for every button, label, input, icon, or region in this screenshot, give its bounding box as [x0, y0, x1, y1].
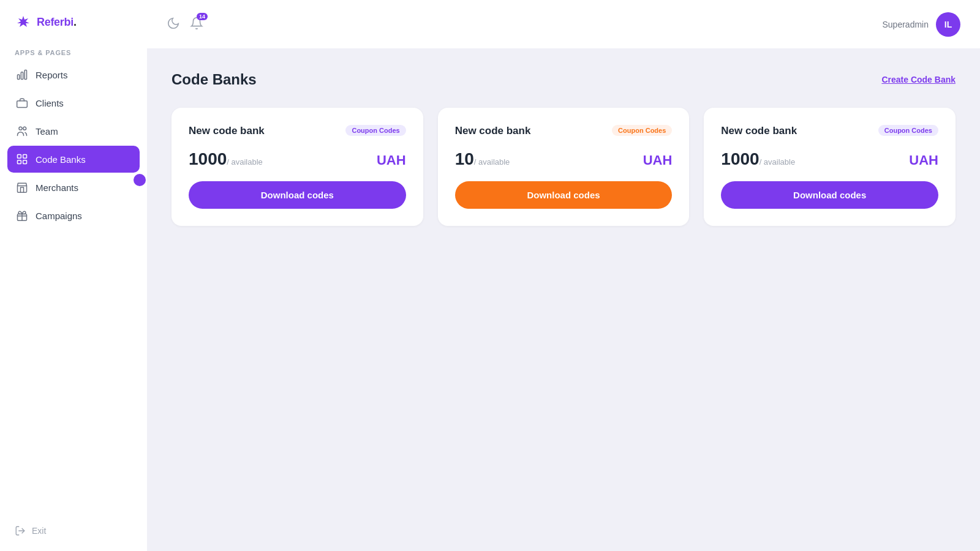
- logo-icon: [15, 13, 32, 31]
- sidebar-item-codebanks[interactable]: Code Banks: [7, 146, 140, 173]
- theme-toggle[interactable]: [167, 17, 180, 32]
- card-count-label-2: / available: [760, 157, 796, 167]
- sidebar-item-team-label: Team: [36, 126, 58, 137]
- card-count-2: 1000: [721, 149, 759, 168]
- sidebar-item-clients[interactable]: Clients: [7, 89, 140, 116]
- download-codes-button-1[interactable]: Download codes: [455, 181, 673, 209]
- content-header: Code Banks Create Code Bank: [172, 71, 956, 88]
- coupon-badge-2: Coupon Codes: [878, 125, 938, 136]
- coupon-badge-1: Coupon Codes: [612, 125, 672, 136]
- card-stats-0: 1000/ available UAH: [189, 149, 406, 169]
- card-top-2: New code bank Coupon Codes: [721, 125, 938, 137]
- briefcase-icon: [16, 97, 28, 109]
- nav-item-wrapper-codebanks: Code Banks: [7, 146, 140, 174]
- store-icon: [16, 181, 28, 193]
- card-count-wrapper-2: 1000/ available: [721, 149, 795, 169]
- card-stats-1: 10/ available UAH: [455, 149, 673, 169]
- username-label: Superadmin: [883, 20, 929, 29]
- header: 14 Superadmin IL: [147, 0, 980, 49]
- notifications-button[interactable]: 14: [190, 17, 203, 32]
- card-top-1: New code bank Coupon Codes: [455, 125, 673, 137]
- bar-chart-icon: [16, 69, 28, 81]
- main-content: 14 Superadmin IL Code Banks Create Code …: [147, 0, 980, 551]
- sidebar-item-merchants[interactable]: Merchants: [7, 174, 140, 201]
- code-bank-card-2: New code bank Coupon Codes 1000/ availab…: [704, 108, 956, 226]
- cards-grid: New code bank Coupon Codes 1000/ availab…: [172, 108, 956, 226]
- sidebar-nav: Reports Clients Team: [0, 61, 147, 515]
- exit-label: Exit: [32, 526, 46, 536]
- coupon-badge-0: Coupon Codes: [345, 125, 405, 136]
- card-stats-2: 1000/ available UAH: [721, 149, 938, 169]
- sidebar-item-campaigns-label: Campaigns: [36, 211, 82, 221]
- card-count-0: 1000: [189, 149, 227, 168]
- svg-rect-7: [23, 155, 27, 159]
- sidebar-item-merchants-label: Merchants: [36, 182, 78, 193]
- create-code-bank-link[interactable]: Create Code Bank: [881, 75, 956, 84]
- svg-rect-0: [18, 75, 20, 80]
- exit-icon: [15, 525, 26, 536]
- card-count-1: 10: [455, 149, 474, 168]
- card-name-2: New code bank: [721, 125, 797, 137]
- sidebar-item-reports-label: Reports: [36, 70, 68, 80]
- sidebar-item-team[interactable]: Team: [7, 118, 140, 144]
- svg-point-4: [19, 127, 22, 130]
- exit-button[interactable]: Exit: [15, 525, 132, 536]
- svg-rect-6: [18, 155, 21, 159]
- card-count-label-0: / available: [227, 157, 263, 167]
- svg-rect-3: [17, 101, 28, 108]
- header-right: Superadmin IL: [883, 12, 961, 37]
- svg-point-5: [23, 127, 26, 130]
- svg-rect-9: [23, 160, 27, 164]
- download-codes-button-0[interactable]: Download codes: [189, 181, 406, 209]
- users-icon: [16, 125, 28, 137]
- header-left: 14: [167, 17, 873, 32]
- card-count-label-1: / available: [474, 157, 510, 167]
- card-count-wrapper-1: 10/ available: [455, 149, 510, 169]
- avatar[interactable]: IL: [936, 12, 960, 37]
- svg-rect-2: [24, 70, 26, 80]
- gift-icon: [16, 209, 28, 222]
- svg-rect-1: [21, 72, 23, 80]
- content-area: Code Banks Create Code Bank New code ban…: [147, 49, 980, 551]
- card-currency-1: UAH: [643, 152, 673, 168]
- code-bank-card-0: New code bank Coupon Codes 1000/ availab…: [172, 108, 423, 226]
- nav-item-wrapper-reports: Reports: [7, 61, 140, 89]
- sidebar: Referbi. APPS & PAGES Reports Clients: [0, 0, 147, 551]
- nav-item-wrapper-campaigns: Campaigns: [7, 202, 140, 230]
- card-name-1: New code bank: [455, 125, 531, 137]
- sidebar-item-reports[interactable]: Reports: [7, 61, 140, 88]
- logo-text: Referbi.: [37, 16, 77, 29]
- nav-item-wrapper-team: Team: [7, 118, 140, 146]
- page-title: Code Banks: [172, 71, 257, 88]
- card-name-0: New code bank: [189, 125, 265, 137]
- nav-item-wrapper-clients: Clients: [7, 89, 140, 118]
- code-bank-card-1: New code bank Coupon Codes 10/ available…: [438, 108, 690, 226]
- card-currency-0: UAH: [377, 152, 406, 168]
- grid-icon: [16, 153, 28, 165]
- svg-rect-8: [18, 160, 21, 164]
- sidebar-bottom: Exit: [0, 515, 147, 551]
- nav-item-wrapper-merchants: Merchants: [7, 174, 140, 202]
- sidebar-item-campaigns[interactable]: Campaigns: [7, 202, 140, 229]
- section-label: APPS & PAGES: [0, 42, 147, 61]
- card-top-0: New code bank Coupon Codes: [189, 125, 406, 137]
- download-codes-button-2[interactable]: Download codes: [721, 181, 938, 209]
- sidebar-item-codebanks-label: Code Banks: [36, 154, 86, 165]
- card-currency-2: UAH: [909, 152, 938, 168]
- notification-count: 14: [197, 13, 208, 20]
- logo: Referbi.: [0, 0, 147, 42]
- card-count-wrapper-0: 1000/ available: [189, 149, 263, 169]
- sidebar-item-clients-label: Clients: [36, 98, 64, 108]
